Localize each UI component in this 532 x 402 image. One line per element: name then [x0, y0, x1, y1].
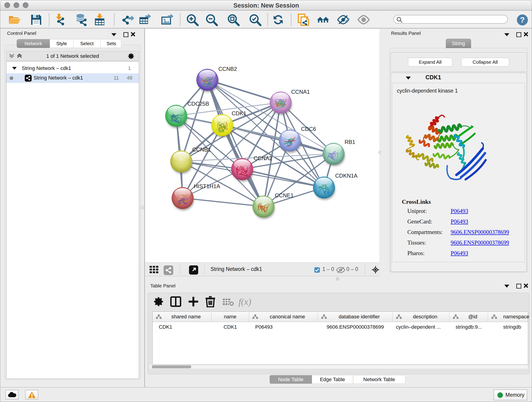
- svg-text:CDK1: CDK1: [232, 110, 246, 116]
- svg-text:?: ?: [520, 15, 525, 24]
- svg-text:CDC25B: CDC25B: [187, 101, 209, 107]
- svg-text:CDC6: CDC6: [301, 126, 316, 132]
- svg-text:CCNA2: CCNA2: [254, 155, 272, 161]
- svg-text:CCNA1: CCNA1: [291, 89, 310, 95]
- svg-text:CCNE1: CCNE1: [275, 192, 293, 198]
- svg-text:CCNB1: CCNB1: [192, 147, 211, 153]
- svg-text:RB1: RB1: [345, 139, 355, 145]
- svg-text:HIST1H1A: HIST1H1A: [194, 183, 220, 189]
- svg-text:CDKN1A: CDKN1A: [335, 172, 357, 179]
- svg-text:CCNB2: CCNB2: [218, 66, 237, 72]
